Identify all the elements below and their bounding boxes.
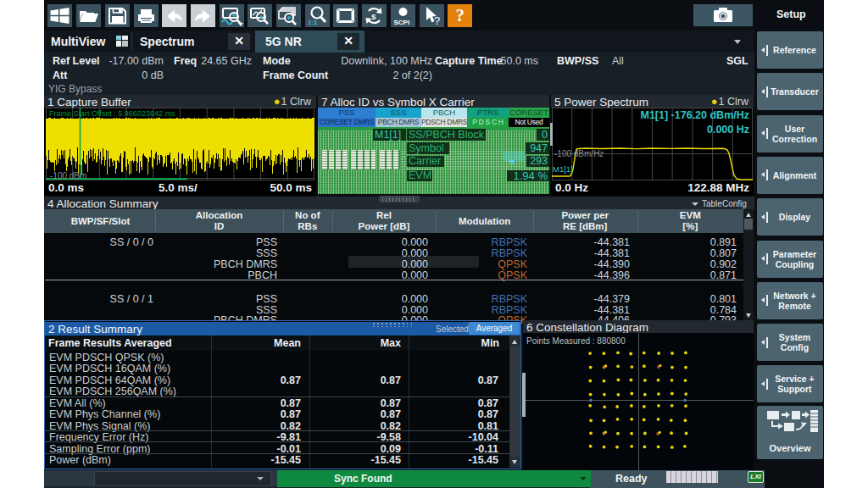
svg-text:SCPI: SCPI — [393, 19, 409, 26]
svg-text:?: ? — [434, 14, 440, 27]
svg-text:s: s — [371, 12, 376, 21]
svg-text:1:1: 1:1 — [308, 19, 318, 26]
